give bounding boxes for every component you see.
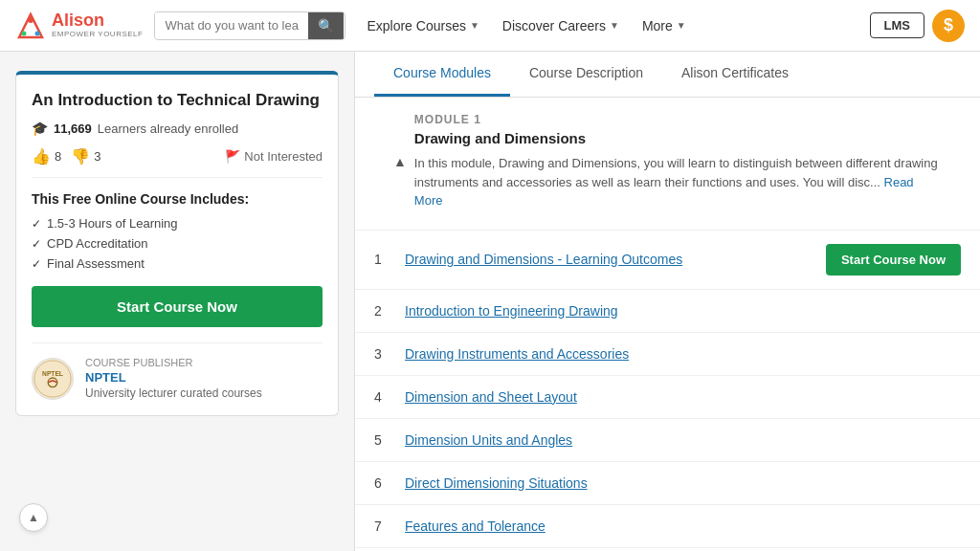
list-item: ✓ Final Assessment [32,256,323,271]
include-item-3: Final Assessment [47,256,145,271]
course-card: An Introduction to Technical Drawing 🎓 1… [15,71,339,416]
alison-logo-icon [15,11,46,41]
graduation-icon: 🎓 [32,121,48,136]
tabs-row: Course Modules Course Description Alison… [355,52,980,98]
lesson-title-link[interactable]: Direct Dimensioning Situations [405,475,961,491]
thumbs-up-button[interactable]: 👍 8 [32,147,61,165]
coin-button[interactable]: $ [932,10,965,42]
flag-icon: 🚩 [225,149,240,164]
lesson-row: 6Direct Dimensioning Situations [355,461,980,504]
lesson-number: 7 [374,518,391,534]
tab-alison-certificates[interactable]: Alison Certificates [662,52,808,97]
tab-course-description[interactable]: Course Description [510,52,662,97]
chevron-down-icon: ▼ [677,20,686,31]
start-course-lesson-button[interactable]: Start Course Now [826,244,961,276]
chevron-down-icon: ▼ [470,20,479,31]
right-panel: Course Modules Course Description Alison… [354,52,980,551]
lesson-number: 6 [374,475,391,491]
search-button[interactable]: 🔍 [308,12,344,39]
includes-title: This Free Online Course Includes: [32,191,323,207]
thumbs-down-count: 3 [94,149,100,164]
lesson-number: 2 [374,303,391,319]
lesson-title-link[interactable]: Features and Tolerance [405,518,961,534]
module-name: Drawing and Dimensions [414,130,942,146]
chevron-down-icon: ▼ [610,20,619,31]
module-collapse-row: ▲ MODULE 1 Drawing and Dimensions In thi… [374,113,961,222]
list-item: ✓ CPD Accreditation [32,236,323,251]
check-icon: ✓ [32,217,41,231]
svg-point-3 [35,31,40,35]
course-title: An Introduction to Technical Drawing [32,90,323,111]
lesson-row: 8Drawing and Dimensions - Lesson Summary [355,547,980,552]
lesson-number: 1 [374,252,391,267]
lesson-title-link[interactable]: Introduction to Engineering Drawing [405,303,961,319]
includes-list: ✓ 1.5-3 Hours of Learning ✓ CPD Accredit… [32,216,323,271]
nav-explore-courses[interactable]: Explore Courses ▼ [357,12,488,39]
lesson-title-link[interactable]: Dimension Units and Angles [405,432,961,448]
publisher-label: COURSE PUBLISHER [85,357,262,368]
nptel-logo-icon: NPTEL [33,358,73,400]
start-course-main-button[interactable]: Start Course Now [32,286,323,327]
module-number: MODULE 1 [414,113,942,126]
header: Alison EMPOWER YOURSELF 🔍 Explore Course… [0,0,980,52]
collapse-icon[interactable]: ▲ [393,154,407,169]
publisher-desc: University lecturer curated courses [85,386,262,400]
module-description: In this module, Drawing and Dimensions, … [414,154,942,210]
lesson-title-link[interactable]: Drawing Instruments and Accessories [405,346,961,362]
publisher-logo: NPTEL [32,358,74,400]
nav-more[interactable]: More ▼ [633,12,696,39]
svg-point-2 [22,31,27,35]
lesson-title-link[interactable]: Dimension and Sheet Layout [405,389,961,405]
lesson-row: 7Features and Tolerance [355,504,980,547]
lessons-container: 1Drawing and Dimensions - Learning Outco… [355,230,980,552]
check-icon: ✓ [32,237,41,251]
lesson-row: 2Introduction to Engineering Drawing [355,289,980,332]
check-icon: ✓ [32,257,41,271]
main-layout: An Introduction to Technical Drawing 🎓 1… [0,52,980,551]
publisher-name-link[interactable]: NPTEL [85,370,262,385]
publisher-info: COURSE PUBLISHER NPTEL University lectur… [85,357,262,400]
include-item-2: CPD Accreditation [47,236,148,251]
include-item-1: 1.5-3 Hours of Learning [47,216,178,231]
left-panel: An Introduction to Technical Drawing 🎓 1… [0,52,354,551]
svg-point-4 [34,361,71,397]
logo-tagline: EMPOWER YOURSELF [52,31,143,39]
list-item: ✓ 1.5-3 Hours of Learning [32,216,323,231]
module-header: ▲ MODULE 1 Drawing and Dimensions In thi… [355,98,980,230]
lesson-row: 4Dimension and Sheet Layout [355,375,980,418]
publisher-section: NPTEL COURSE PUBLISHER NPTEL University … [32,342,323,400]
lesson-number: 3 [374,346,391,362]
header-right: LMS $ [870,10,965,42]
module-content: ▲ MODULE 1 Drawing and Dimensions In thi… [355,98,980,551]
nav-links: Explore Courses ▼ Discover Careers ▼ Mor… [357,12,858,39]
search-bar: 🔍 [154,11,345,40]
not-interested-button[interactable]: 🚩 Not Interested [225,149,323,164]
lesson-row: 1Drawing and Dimensions - Learning Outco… [355,230,980,289]
logo: Alison EMPOWER YOURSELF [15,11,143,41]
lesson-number: 4 [374,389,391,405]
svg-point-1 [28,17,33,23]
nav-discover-careers[interactable]: Discover Careers ▼ [493,12,629,39]
learners-row: 🎓 11,669 Learners already enrolled [32,121,323,136]
learners-text: Learners already enrolled [98,121,238,136]
lesson-number: 5 [374,432,391,448]
search-input[interactable] [155,12,308,38]
thumbs-up-icon: 👍 [32,147,51,165]
reaction-row: 👍 8 👎 3 🚩 Not Interested [32,147,323,178]
thumbs-down-icon: 👎 [71,147,90,165]
logo-name: Alison [52,11,143,31]
svg-text:NPTEL: NPTEL [42,370,63,377]
lesson-row: 3Drawing Instruments and Accessories [355,332,980,375]
scroll-up-indicator[interactable]: ▲ [19,503,48,532]
not-interested-label: Not Interested [244,149,323,164]
logo-text: Alison EMPOWER YOURSELF [52,11,143,39]
thumbs-up-count: 8 [55,149,61,164]
lesson-title-link[interactable]: Drawing and Dimensions - Learning Outcom… [405,252,813,267]
thumbs-down-button[interactable]: 👎 3 [71,147,100,165]
lesson-row: 5Dimension Units and Angles [355,418,980,461]
lms-button[interactable]: LMS [870,12,924,38]
tab-course-modules[interactable]: Course Modules [374,52,510,97]
learners-count: 11,669 [54,121,92,136]
